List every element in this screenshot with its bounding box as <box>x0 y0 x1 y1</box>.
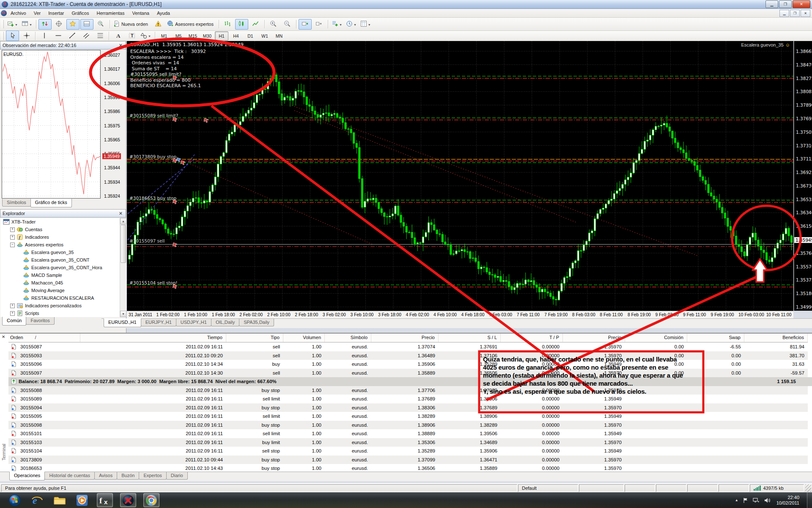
order-line-label[interactable]: #30173809 buy stop <box>129 154 176 159</box>
pending-order-row[interactable]: 301551012011.02.09 16:11sell limit1.00eu… <box>8 429 808 438</box>
tree-item-indicadores[interactable]: +fIndicadores <box>0 233 126 241</box>
column-header-swap[interactable]: Swap <box>687 334 744 342</box>
scroll-up-icon[interactable]: ▲ <box>120 218 126 224</box>
column-header-volumen[interactable]: Volumen <box>283 334 325 342</box>
menu-insertar[interactable]: Insertar <box>44 9 68 17</box>
new-chart-button[interactable]: ▼ <box>6 19 19 30</box>
tree-item-escalera-guevon-35-cont-hora[interactable]: Escalera guevon_35_CONT_Hora <box>0 264 126 271</box>
pending-order-row[interactable]: 301738092011.02.10 09:44buy stop1.00euru… <box>8 456 808 464</box>
terminal-tab-buz-n[interactable]: Buzón <box>117 472 139 480</box>
order-line-label[interactable]: #30186653 buy stop <box>129 196 176 201</box>
vertical-line-tool[interactable] <box>38 30 51 41</box>
child-minimize-button[interactable]: ▁ <box>779 10 789 17</box>
candlestick-chart[interactable] <box>127 41 793 311</box>
tree-item-macd-sample[interactable]: MACD Sample <box>0 271 126 279</box>
profiles-button[interactable]: ▼ <box>20 19 34 30</box>
time-axis[interactable]: 31 Jan 20111 Feb 02:001 Feb 10:001 Feb 1… <box>127 311 793 318</box>
expand-icon[interactable]: + <box>10 311 15 316</box>
open-order-row[interactable]: 301550872011.02.09 16:11sell1.00eurusd.1… <box>8 342 808 351</box>
cursor-tool[interactable] <box>6 30 19 41</box>
order-line-label[interactable]: #30155104 sell stop! <box>129 280 178 285</box>
crosshair-tool[interactable] <box>20 30 33 41</box>
order-line-label[interactable]: #30155097 sell <box>129 238 165 243</box>
menu-gráficos[interactable]: Gráficos <box>68 9 93 17</box>
column-header-tp[interactable]: T / P <box>501 334 563 342</box>
action-center-flag-icon[interactable] <box>743 497 749 503</box>
indicators-button[interactable]: ▼ <box>330 19 344 30</box>
child-restore-button[interactable]: ❐ <box>790 10 800 17</box>
terminal-tab-historial-de-cuentas[interactable]: Historial de cuentas <box>44 472 95 480</box>
main-chart[interactable]: EURUSD.,H1 1.35935 1.36013 1.35924 1.359… <box>127 41 793 311</box>
minimize-button[interactable]: ▁ <box>765 0 778 8</box>
pending-order-row[interactable]: 301550982011.02.09 16:11buy stop1.00euru… <box>8 421 808 430</box>
resize-grip-icon[interactable] <box>805 484 811 492</box>
toolbar-grip[interactable] <box>2 20 4 28</box>
fx-app-icon[interactable]: fx <box>97 493 113 507</box>
zoom-in-button[interactable] <box>267 19 280 30</box>
terminal-tab-operaciones[interactable]: Operaciones <box>9 472 45 480</box>
column-header-tiempo[interactable]: Tiempo <box>80 334 226 342</box>
start-button[interactable] <box>7 494 22 507</box>
line-chart-button[interactable] <box>249 19 262 30</box>
xtb-trader-icon[interactable] <box>120 493 136 507</box>
close-icon[interactable]: ✕ <box>2 334 5 339</box>
bar-chart-button[interactable] <box>221 19 234 30</box>
periods-button[interactable]: ▼ <box>345 19 358 30</box>
menu-archivo[interactable]: Archivo <box>7 9 30 17</box>
fibonacci-tool[interactable] <box>93 30 107 41</box>
timeframe-m5[interactable]: M5 <box>172 31 185 41</box>
tree-item-escalera-guevon-35[interactable]: Escalera guevon_35 <box>0 248 126 256</box>
explorer-folder-icon[interactable] <box>52 494 67 507</box>
open-order-row[interactable]: 301550962011.02.10 14:34buy1.00eurusd.1.… <box>8 360 808 369</box>
menu-ver[interactable]: Ver <box>30 9 45 17</box>
tree-item-xtb-trader[interactable]: XTB-Trader <box>0 218 126 226</box>
text-tool[interactable]: A <box>111 30 124 41</box>
pending-order-row[interactable]: 301550882011.02.09 16:11buy stop1.00euru… <box>8 386 808 395</box>
menu-ventana[interactable]: Ventana <box>129 9 153 17</box>
tree-item-restauracion-escalera[interactable]: RESTAURACION ESCALERA <box>0 294 126 302</box>
network-icon[interactable] <box>753 497 760 503</box>
timeframe-m15[interactable]: M15 <box>186 31 200 41</box>
volume-icon[interactable] <box>764 497 771 503</box>
candlestick-chart-button[interactable] <box>235 19 248 30</box>
pending-order-row[interactable]: 301550942011.02.09 16:11buy stop1.00euru… <box>8 403 808 412</box>
column-header-smbolo[interactable]: Símbolo <box>325 334 371 342</box>
column-header-comisin[interactable]: Comisión <box>625 334 687 342</box>
chart-tab-oil-daily[interactable]: OIL,Daily <box>211 319 239 326</box>
chart-tab-eurusd-h1[interactable]: EURUSD.,H1 <box>104 318 141 327</box>
close-icon[interactable]: ✕ <box>118 211 123 215</box>
tree-item-indicadores-personalizados[interactable]: +Indicadores personalizados <box>0 302 126 309</box>
tree-item-machacon-045[interactable]: Machacon_045 <box>0 279 126 287</box>
chart-tab-spa35-daily[interactable]: SPA35,Daily <box>239 319 274 326</box>
pending-order-row[interactable]: 301551032011.02.09 16:11buy limit1.00eur… <box>8 438 808 447</box>
terminal-tab-diario[interactable]: Diario <box>166 472 188 480</box>
chart-tab-usdjpy-h1[interactable]: USDJPY.,H1 <box>176 319 211 326</box>
column-header-precio[interactable]: Precio <box>371 334 439 342</box>
column-header-sl[interactable]: S / L <box>439 334 501 342</box>
pending-order-row[interactable]: 301550892011.02.09 16:11sell limit1.00eu… <box>8 395 808 403</box>
tick-chart-panel[interactable]: EURUSD.1.360271.360171.360061.359961.359… <box>0 50 126 199</box>
terminal-toggle[interactable] <box>80 19 93 30</box>
timeframe-d1[interactable]: D1 <box>244 31 257 41</box>
menu-ayuda[interactable]: Ayuda <box>153 9 174 17</box>
column-header-precio[interactable]: Precio <box>563 334 625 342</box>
menu-herramientas[interactable]: Herramientas <box>93 9 128 17</box>
timeframe-h4[interactable]: H4 <box>229 31 243 41</box>
collapse-icon[interactable]: − <box>10 243 15 247</box>
shapes-tool[interactable]: ▼ <box>139 30 153 41</box>
strategy-tester-toggle[interactable] <box>94 19 107 30</box>
tab-s-mbolos[interactable]: Símbolos <box>2 199 31 207</box>
horizontal-line-tool[interactable] <box>52 30 65 41</box>
navigator-toggle[interactable] <box>66 19 80 30</box>
tree-item-moving-average[interactable]: Moving Average <box>0 287 126 294</box>
terminal-tab-avisos[interactable]: Avisos <box>94 472 117 480</box>
status-profile[interactable]: Default <box>518 484 578 492</box>
expand-icon[interactable]: + <box>10 304 15 308</box>
scrollbar-thumb[interactable] <box>121 225 126 263</box>
label-tool[interactable]: T <box>125 30 138 41</box>
balance-row[interactable]: Balance: 18 868.74 Patrimonio: 20 027.89… <box>8 377 812 386</box>
pending-order-row[interactable]: 301551042011.02.09 16:11sell stop1.00eur… <box>8 447 808 456</box>
chart-tab-eurjpy-h1[interactable]: EURJPY.,H1 <box>141 319 176 326</box>
tab-gr-fico-de-ticks[interactable]: Gráfico de ticks <box>30 199 72 207</box>
channel-tool[interactable] <box>80 30 93 41</box>
